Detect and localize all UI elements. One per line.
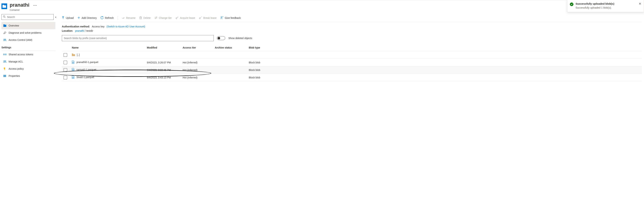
show-deleted-toggle[interactable] bbox=[217, 36, 225, 40]
wrench-icon bbox=[3, 31, 6, 34]
table-row[interactable]: pranathi0-1.parquet 9/4/2023, 3:26:07 PM… bbox=[62, 59, 642, 66]
svg-point-6 bbox=[4, 39, 5, 40]
toolbar-separator bbox=[118, 16, 118, 20]
svg-point-34 bbox=[221, 17, 222, 18]
location-container-link[interactable]: pranathi bbox=[75, 29, 84, 32]
blob-table: Name Modified Access tier Archive status… bbox=[62, 44, 642, 81]
table-row[interactable]: Siva0-1.parquet 9/4/2023, 3:43:13 PM Hot… bbox=[62, 74, 642, 81]
feedback-button[interactable]: Give feedback bbox=[220, 16, 241, 20]
sidebar-item-properties[interactable]: Properties bbox=[2, 72, 56, 79]
blob-type: Block blob bbox=[247, 59, 642, 66]
upload-success-toast: Successfully uploaded blob(s) Successful… bbox=[567, 0, 644, 12]
toast-close-button[interactable]: ✕ bbox=[639, 2, 641, 9]
svg-point-10 bbox=[5, 61, 6, 61]
column-modified[interactable]: Modified bbox=[145, 44, 181, 51]
delete-button: Delete bbox=[140, 16, 150, 20]
location-label: Location: bbox=[62, 29, 73, 32]
sidebar-item-label: Access policy bbox=[8, 67, 24, 70]
prefix-search[interactable] bbox=[62, 35, 214, 41]
plus-icon bbox=[78, 17, 80, 20]
add-directory-button[interactable]: Add Directory bbox=[78, 17, 97, 20]
break-lease-icon bbox=[199, 17, 202, 20]
trash-icon bbox=[140, 16, 142, 20]
people-icon bbox=[3, 60, 6, 63]
key-icon bbox=[3, 67, 6, 70]
link-icon bbox=[3, 53, 6, 56]
column-archive[interactable]: Archive status bbox=[213, 44, 247, 51]
page-header: pranathi Container ··· bbox=[0, 0, 644, 14]
blob-archive bbox=[213, 66, 247, 74]
show-deleted-label: Show deleted objects bbox=[228, 37, 252, 40]
sidebar-item-label: Overview bbox=[8, 24, 19, 27]
sidebar: ‹‹ Overview Diagnose and solve problems … bbox=[0, 14, 57, 81]
blob-tier: Hot (Inferred) bbox=[181, 74, 213, 81]
svg-rect-5 bbox=[4, 24, 5, 25]
people-icon bbox=[3, 38, 6, 42]
auth-method-label: Authentication method: bbox=[62, 25, 90, 28]
svg-rect-37 bbox=[72, 54, 73, 54]
auth-method-value: Access key bbox=[92, 25, 104, 28]
table-row[interactable]: ramya0-1.parquet 9/4/2023, 3:22:46 PM Ho… bbox=[62, 66, 642, 74]
row-checkbox[interactable] bbox=[64, 76, 67, 79]
row-checkbox[interactable] bbox=[64, 68, 67, 72]
sidebar-item-policy[interactable]: Access policy bbox=[2, 65, 56, 72]
sidebar-search-input[interactable] bbox=[7, 16, 52, 19]
sidebar-item-overview[interactable]: Overview bbox=[2, 22, 56, 29]
blob-name[interactable]: Siva0-1.parquet bbox=[76, 76, 94, 79]
column-type[interactable]: Blob type bbox=[247, 44, 642, 51]
svg-line-32 bbox=[200, 17, 201, 18]
sidebar-item-label: Manage ACL bbox=[8, 60, 23, 63]
table-row-up[interactable]: [..] bbox=[62, 51, 642, 59]
sidebar-item-label: Access Control (IAM) bbox=[8, 39, 32, 41]
swap-icon bbox=[154, 17, 158, 20]
column-tier[interactable]: Access tier bbox=[181, 44, 213, 51]
rename-button: Rename bbox=[122, 17, 136, 20]
file-icon bbox=[72, 76, 75, 79]
blob-archive bbox=[213, 59, 247, 66]
refresh-icon bbox=[100, 16, 104, 20]
properties-icon bbox=[3, 74, 6, 77]
folder-icon bbox=[72, 54, 75, 56]
success-check-icon bbox=[570, 3, 574, 6]
more-actions-button[interactable]: ··· bbox=[33, 2, 37, 8]
search-icon bbox=[3, 15, 6, 19]
blob-modified: 9/4/2023, 3:43:13 PM bbox=[145, 74, 181, 81]
svg-line-33 bbox=[201, 17, 202, 17]
toast-title: Successfully uploaded blob(s) bbox=[576, 2, 614, 5]
file-icon bbox=[72, 61, 75, 64]
blob-archive bbox=[213, 74, 247, 81]
row-checkbox[interactable] bbox=[64, 61, 67, 64]
sidebar-item-diagnose[interactable]: Diagnose and solve problems bbox=[2, 29, 56, 36]
page-title: pranathi bbox=[10, 2, 29, 8]
sidebar-item-iam[interactable]: Access Control (IAM) bbox=[2, 36, 56, 44]
blob-name[interactable]: ramya0-1.parquet bbox=[76, 68, 96, 71]
prefix-search-input[interactable] bbox=[62, 37, 214, 40]
sidebar-item-acl[interactable]: Manage ACL bbox=[2, 58, 56, 65]
svg-rect-1 bbox=[2, 5, 4, 6]
blob-type: Block blob bbox=[247, 74, 642, 81]
main-content: Upload Add Directory Refresh bbox=[57, 14, 644, 81]
svg-rect-13 bbox=[4, 70, 5, 70]
row-checkbox[interactable] bbox=[64, 53, 67, 57]
blob-name[interactable]: pranathi0-1.parquet bbox=[76, 61, 98, 64]
column-name[interactable]: Name bbox=[70, 44, 145, 51]
meta-panel: Authentication method: Access key (Switc… bbox=[62, 22, 642, 35]
sidebar-section-settings: Settings bbox=[2, 44, 56, 51]
acquire-lease-button: Acquire lease bbox=[176, 17, 195, 20]
auth-switch-link[interactable]: (Switch to Azure AD User Account) bbox=[107, 25, 145, 28]
acquire-lease-icon bbox=[176, 17, 178, 20]
sidebar-search[interactable] bbox=[2, 14, 54, 20]
up-link[interactable]: [..] bbox=[77, 53, 80, 56]
refresh-button[interactable]: Refresh bbox=[100, 16, 114, 20]
svg-rect-15 bbox=[4, 75, 5, 77]
sidebar-item-sas[interactable]: Shared access tokens bbox=[2, 51, 56, 58]
location-path: testdir bbox=[86, 29, 93, 32]
svg-rect-14 bbox=[4, 75, 4, 77]
toolbar: Upload Add Directory Refresh bbox=[62, 14, 642, 22]
container-icon bbox=[2, 4, 7, 9]
file-icon bbox=[72, 68, 75, 71]
upload-button[interactable]: Upload bbox=[62, 16, 74, 20]
break-lease-button: Break lease bbox=[199, 17, 216, 20]
blob-modified: 9/4/2023, 3:22:46 PM bbox=[145, 66, 181, 74]
svg-rect-21 bbox=[140, 17, 142, 19]
